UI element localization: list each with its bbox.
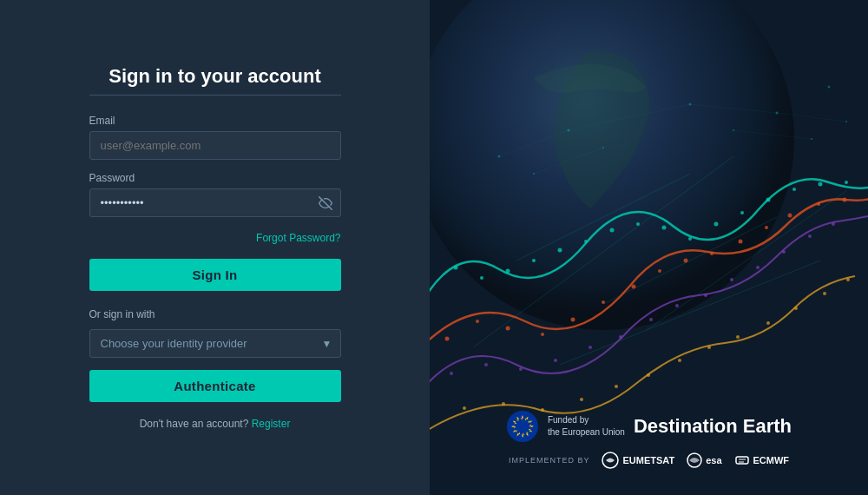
email-label: Email [89, 115, 341, 127]
register-row: Don't have an account? Register [89, 418, 341, 430]
svg-point-45 [619, 335, 622, 339]
svg-point-25 [445, 337, 450, 341]
svg-point-61 [707, 346, 711, 349]
svg-point-31 [632, 285, 636, 289]
authenticate-button[interactable]: Authenticate [89, 370, 341, 402]
password-field-wrapper [89, 188, 341, 217]
svg-point-13 [558, 248, 562, 253]
eye-off-icon [319, 196, 332, 210]
identity-provider-wrapper: Choose your identity provider EUMETSAT E… [89, 329, 341, 358]
right-panel: Funded by the European Union Destination… [430, 0, 868, 495]
svg-point-22 [792, 188, 796, 191]
svg-point-75 [828, 86, 831, 89]
esa-icon [687, 452, 702, 468]
toggle-password-button[interactable] [319, 196, 332, 210]
email-field-wrapper [89, 131, 341, 160]
svg-point-64 [794, 307, 798, 310]
funded-by-text: Funded by the European Union [548, 414, 625, 439]
destination-earth-row: Funded by the European Union Destination… [506, 410, 792, 443]
svg-point-29 [571, 318, 575, 322]
implemented-by-label: IMPLEMENTED BY [509, 456, 590, 465]
svg-point-30 [602, 300, 605, 304]
svg-point-15 [610, 228, 615, 233]
svg-point-38 [817, 202, 820, 206]
ecmwf-icon [734, 452, 750, 468]
svg-point-16 [636, 222, 640, 226]
email-input[interactable] [89, 131, 341, 160]
svg-point-17 [662, 226, 667, 230]
password-label: Password [89, 172, 341, 184]
svg-point-28 [541, 333, 544, 336]
svg-point-36 [765, 226, 768, 229]
identity-provider-select[interactable]: Choose your identity provider EUMETSAT E… [89, 329, 341, 358]
svg-point-59 [647, 373, 650, 377]
eumetsat-icon [602, 452, 619, 469]
svg-point-39 [843, 198, 847, 202]
svg-point-65 [823, 292, 826, 295]
forgot-password-wrapper: Forgot Password? [89, 229, 341, 245]
svg-point-62 [736, 335, 740, 339]
svg-point-26 [476, 320, 479, 323]
svg-point-24 [845, 181, 848, 184]
svg-point-66 [846, 278, 850, 281]
implemented-by-row: IMPLEMENTED BY EUMETSAT esa [509, 452, 789, 469]
eu-logo-icon [506, 410, 539, 443]
svg-point-48 [704, 294, 707, 297]
page-title: Sign in to your account [89, 65, 341, 88]
svg-point-42 [519, 367, 523, 371]
svg-point-50 [756, 266, 760, 269]
svg-point-12 [532, 259, 536, 262]
svg-point-47 [675, 304, 679, 307]
or-sign-in-label: Or sign in with [89, 308, 341, 320]
destination-earth-label: Destination Earth [634, 415, 792, 438]
svg-point-57 [580, 398, 583, 401]
svg-point-27 [506, 327, 510, 331]
svg-point-41 [484, 363, 488, 366]
svg-point-40 [450, 372, 453, 375]
svg-point-18 [688, 237, 692, 241]
svg-point-55 [502, 402, 505, 406]
svg-point-58 [615, 385, 618, 388]
svg-point-19 [714, 222, 719, 227]
svg-point-34 [710, 252, 713, 255]
register-link[interactable]: Register [252, 418, 291, 430]
svg-point-14 [584, 240, 588, 243]
title-divider [89, 95, 341, 96]
svg-point-63 [766, 321, 770, 325]
forgot-password-link[interactable]: Forgot Password? [256, 232, 340, 244]
svg-point-11 [506, 269, 510, 274]
form-container: Sign in to your account Email Password F… [89, 65, 341, 430]
svg-point-9 [454, 266, 458, 270]
svg-point-53 [832, 222, 835, 226]
no-account-text: Don't have an account? [140, 418, 249, 430]
esa-logo: esa [687, 452, 721, 468]
eumetsat-logo: EUMETSAT [602, 452, 674, 469]
svg-point-54 [463, 406, 466, 410]
svg-point-46 [649, 318, 653, 321]
svg-point-44 [589, 346, 592, 349]
svg-point-32 [658, 269, 661, 273]
password-input[interactable] [89, 188, 341, 217]
svg-point-43 [554, 359, 557, 362]
svg-point-35 [739, 240, 743, 244]
svg-point-23 [819, 182, 823, 187]
svg-point-52 [808, 234, 812, 238]
svg-point-20 [740, 211, 744, 214]
svg-point-33 [684, 259, 688, 263]
svg-point-60 [678, 359, 681, 362]
left-panel: Sign in to your account Email Password F… [0, 0, 430, 495]
branding-area: Funded by the European Union Destination… [506, 410, 792, 469]
svg-point-51 [782, 250, 786, 254]
svg-point-49 [730, 278, 733, 281]
svg-point-21 [766, 198, 771, 202]
svg-point-10 [480, 276, 483, 280]
sign-in-button[interactable]: Sign In [89, 259, 341, 291]
ecmwf-logo: ECMWF [734, 452, 790, 468]
svg-point-37 [788, 214, 792, 218]
svg-rect-98 [736, 457, 748, 464]
